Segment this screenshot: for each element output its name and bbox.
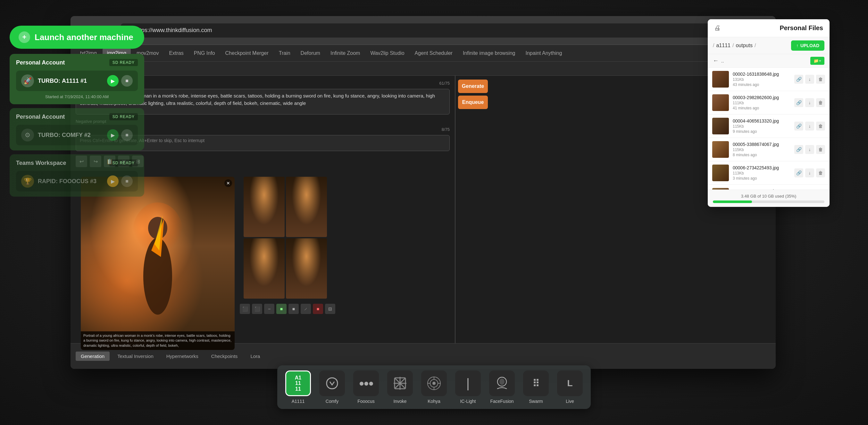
tool-btn-green[interactable]: ■ — [276, 304, 286, 314]
file-meta-5: 113Kb — [733, 171, 790, 175]
file-link-button-3[interactable]: 🔗 — [794, 121, 803, 131]
nav-tab-infinitezoom[interactable]: Infinite Zoom — [326, 49, 365, 58]
file-name-1: 00002-1631838648.jpg — [733, 72, 790, 77]
machine-row-teams: 🏆 RAPID: FOOOCUS #3 ▶ ■ — [16, 171, 138, 192]
tool-btn-red[interactable]: ■ — [313, 304, 323, 314]
file-info-2: 00003-2982862600.jpg 111Kb 41 minutes ag… — [733, 95, 790, 110]
file-name-2: 00003-2982862600.jpg — [733, 95, 790, 100]
tool-btn-4[interactable]: ■ — [288, 304, 299, 314]
breadcrumb-a1111[interactable]: a1111 — [716, 42, 731, 49]
close-image-button[interactable]: ✕ — [224, 179, 232, 187]
plus-icon: + — [19, 31, 30, 43]
account-name-teams: Teams Workspace — [16, 160, 66, 167]
file-download-button-2[interactable]: ↓ — [805, 98, 814, 107]
files-title: Personal Files — [779, 24, 823, 32]
breadcrumb-sep-2: / — [754, 42, 756, 49]
dock-item-swarm[interactable]: ⠿ Swarm — [522, 370, 550, 404]
play-button-1[interactable]: ▶ — [107, 75, 119, 87]
comfy-dock-icon — [319, 370, 345, 396]
address-bar[interactable]: 🔒 https://www.thinkdiffusion.com — [121, 23, 734, 37]
file-link-button-4[interactable]: 🔗 — [794, 145, 803, 154]
account-card-1: Personal Account SD READY 🚀 TURBO: A1111… — [10, 54, 144, 104]
nav-tab-wav2lip[interactable]: Wav2lip Studio — [366, 49, 409, 58]
files-footer: 3.48 GB of 10 GB used (35%) — [708, 190, 830, 207]
machine-sidebar: + Launch another machine Personal Accoun… — [10, 26, 144, 200]
app-nav: txt2img img2img mov2mov Extras PNG Info … — [70, 45, 776, 62]
right-panel: Generate Enqueue — [455, 76, 490, 343]
enqueue-button[interactable]: Enqueue — [458, 95, 488, 109]
dock-item-kohya[interactable]: Kohya — [420, 370, 448, 404]
tool-btn-7[interactable]: ⊟ — [325, 304, 335, 314]
upload-button[interactable]: ↑ UPLOAD — [791, 40, 825, 51]
dock-item-fooocus[interactable]: ●●● Fooocus — [352, 370, 380, 404]
upload-icon: ↑ — [796, 43, 799, 48]
nav-tab-train[interactable]: Train — [274, 49, 295, 58]
file-download-button-3[interactable]: ↓ — [805, 121, 814, 131]
nav-tab-infinitebrowse[interactable]: Infinite image browsing — [458, 49, 520, 58]
file-delete-button-3[interactable]: 🗑 — [816, 121, 825, 131]
file-link-button-5[interactable]: 🔗 — [794, 168, 803, 177]
nav-tab-agentsched[interactable]: Agent Scheduler — [410, 49, 457, 58]
nav-tab-extras[interactable]: Extras — [164, 49, 188, 58]
neg-prompt-counter: 8/75 — [442, 127, 450, 132]
svg-point-6 — [432, 382, 436, 385]
nav-tab-inpaintanything[interactable]: Inpaint Anything — [521, 49, 567, 58]
play-button-2[interactable]: ▶ — [107, 129, 119, 141]
machine-row-2: ⚙ TURBO: COMFY #2 ▶ ■ — [16, 125, 138, 145]
play-button-teams[interactable]: ▶ — [107, 175, 119, 187]
file-name-3: 00004-4065613320.jpg — [733, 118, 790, 123]
nav-tab-deforum[interactable]: Deforum — [296, 49, 325, 58]
tab-textual-inversion[interactable]: Textual Inversion — [112, 351, 159, 361]
url-text: https://www.thinkdiffusion.com — [135, 27, 212, 34]
tool-btn-minus[interactable]: − — [264, 304, 274, 314]
file-link-button-1[interactable]: 🔗 — [794, 75, 803, 84]
tab-hypernetworks[interactable]: Hypernetworks — [161, 351, 204, 361]
account-card-2: Personal Account SD READY ⚙ TURBO: COMFY… — [10, 108, 144, 150]
file-delete-button-5[interactable]: 🗑 — [816, 168, 825, 177]
browser-window: ‹ › 🔒 https://www.thinkdiffusion.com ↺ +… — [70, 16, 776, 369]
file-link-button-2[interactable]: 🔗 — [794, 98, 803, 107]
files-header: 🖨 Personal Files — [708, 19, 830, 37]
stop-button-teams[interactable]: ■ — [121, 175, 133, 187]
generate-button[interactable]: Generate — [458, 80, 488, 93]
file-info-3: 00004-4065613320.jpg 115Kb 9 minutes ago — [733, 118, 790, 134]
file-thumb-2 — [712, 94, 729, 111]
dock-item-invoke[interactable]: Invoke — [385, 370, 414, 404]
account-card-teams: Teams Workspace SD READY 🏆 RAPID: FOOOCU… — [10, 154, 144, 197]
nav-tab-pnginfo[interactable]: PNG Info — [189, 49, 220, 58]
dock-item-live[interactable]: L Live — [556, 370, 584, 404]
file-delete-button-1[interactable]: 🗑 — [816, 75, 825, 84]
tab-lora[interactable]: Lora — [245, 351, 265, 361]
file-download-button-4[interactable]: ↓ — [805, 145, 814, 154]
tab-checkpoints[interactable]: Checkpoints — [206, 351, 243, 361]
dock-item-iclight[interactable]: | IC-Light — [454, 370, 483, 404]
fooocus-dock-label: Fooocus — [358, 399, 375, 404]
file-delete-button-2[interactable]: 🗑 — [816, 98, 825, 107]
dock-item-facefusion[interactable]: FaceFusion — [488, 370, 516, 404]
image-toolbar: ⬛ ⬛ − ■ ■ ⟋ ■ ⊟ — [240, 304, 335, 314]
dock-item-comfy[interactable]: Comfy — [318, 370, 346, 404]
dock-item-a1111[interactable]: A11111 A1111 — [284, 370, 312, 404]
launch-another-machine-button[interactable]: + Launch another machine — [10, 26, 144, 49]
new-folder-button[interactable]: 📁+ — [810, 57, 825, 65]
files-toolbar: ← .. 📁+ — [708, 54, 830, 68]
file-name-6: 00007-2734225494.jpg — [733, 189, 790, 190]
stop-button-2[interactable]: ■ — [121, 129, 133, 141]
main-image-inner — [81, 177, 235, 350]
file-time-5: 3 minutes ago — [733, 176, 790, 180]
back-navigation-button[interactable]: ← — [713, 57, 719, 64]
breadcrumb-root-sep: / — [713, 42, 714, 49]
breadcrumb-outputs[interactable]: outputs — [736, 42, 752, 49]
tool-btn-5[interactable]: ⟋ — [301, 304, 311, 314]
swarm-dock-label: Swarm — [529, 399, 543, 404]
warrior-svg — [126, 186, 190, 340]
stop-button-1[interactable]: ■ — [121, 75, 133, 87]
file-download-button-1[interactable]: ↓ — [805, 75, 814, 84]
tool-btn-1[interactable]: ⬛ — [240, 304, 250, 314]
file-download-button-5[interactable]: ↓ — [805, 168, 814, 177]
file-thumb-1 — [712, 71, 729, 88]
tool-btn-2[interactable]: ⬛ — [252, 304, 262, 314]
file-delete-button-4[interactable]: 🗑 — [816, 145, 825, 154]
tab-generation[interactable]: Generation — [75, 351, 110, 361]
nav-tab-checkpoint[interactable]: Checkpoint Merger — [221, 49, 273, 58]
